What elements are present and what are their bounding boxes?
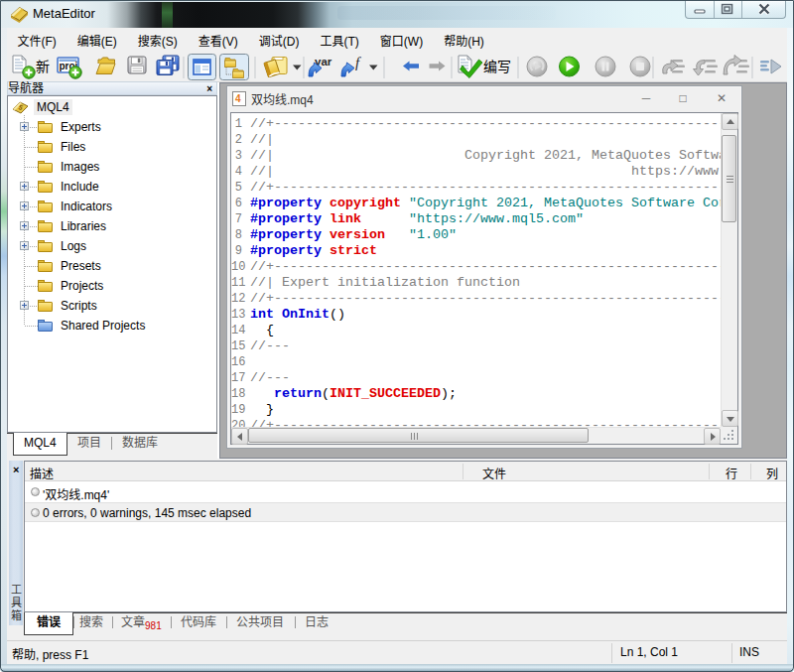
svg-text:新: 新 — [36, 59, 50, 74]
svg-text:f: f — [355, 55, 361, 70]
svg-text:编写: 编写 — [483, 59, 511, 74]
